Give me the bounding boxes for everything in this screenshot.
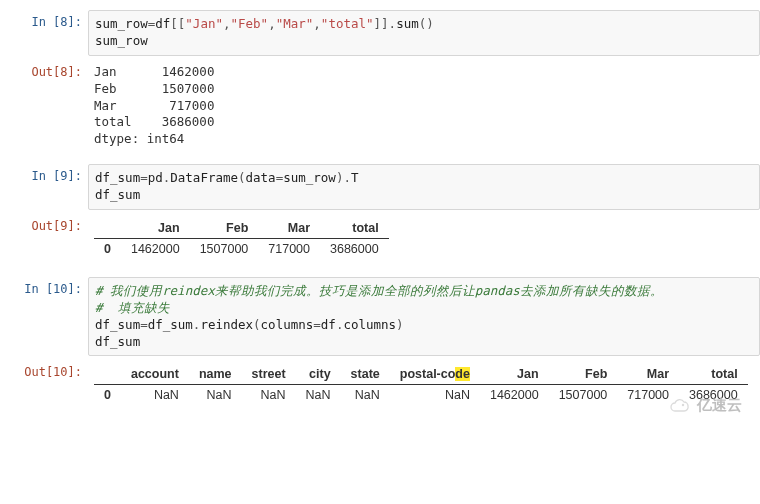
output-cell: Out[8]:Jan 1462000 Feb 1507000 Mar 71700… — [10, 60, 760, 150]
out-prompt: Out[9]: — [10, 214, 88, 263]
out-prompt: Out[8]: — [10, 60, 88, 150]
column-header: Mar — [617, 364, 679, 385]
column-header: Jan — [121, 218, 190, 239]
column-header: street — [242, 364, 296, 385]
code-input[interactable]: df_sum=pd.DataFrame(data=sum_row).T df_s… — [88, 164, 760, 210]
table-cell: 3686000 — [320, 238, 389, 259]
table-cell: NaN — [341, 385, 390, 406]
table-cell: 1462000 — [121, 238, 190, 259]
input-cell: In [8]:sum_row=df[["Jan","Feb","Mar","to… — [10, 10, 760, 56]
row-index: 0 — [94, 238, 121, 259]
table-cell: 717000 — [617, 385, 679, 406]
code-input[interactable]: # 我们使用reindex来帮助我们完成。技巧是添加全部的列然后让pandas去… — [88, 277, 760, 357]
table-cell: 1507000 — [549, 385, 618, 406]
in-prompt: In [8]: — [10, 10, 88, 56]
table-cell: NaN — [296, 385, 341, 406]
table-cell: 1507000 — [190, 238, 259, 259]
input-cell: In [10]:# 我们使用reindex来帮助我们完成。技巧是添加全部的列然后… — [10, 277, 760, 357]
output-cell: Out[9]:JanFebMartotal0146200015070007170… — [10, 214, 760, 263]
table-cell: 3686000 — [679, 385, 748, 406]
in-prompt: In [9]: — [10, 164, 88, 210]
column-header: state — [341, 364, 390, 385]
column-header: Mar — [258, 218, 320, 239]
column-header: total — [320, 218, 389, 239]
table-cell: NaN — [390, 385, 480, 406]
column-header: Jan — [480, 364, 549, 385]
table-cell: 717000 — [258, 238, 320, 259]
column-header: account — [121, 364, 189, 385]
column-header: Feb — [549, 364, 618, 385]
table-cell: 1462000 — [480, 385, 549, 406]
table-cell: NaN — [242, 385, 296, 406]
dataframe-table: JanFebMartotal01462000150700071700036860… — [94, 218, 389, 259]
index-header — [94, 218, 121, 239]
table-row: 0146200015070007170003686000 — [94, 238, 389, 259]
column-header: Feb — [190, 218, 259, 239]
column-header: total — [679, 364, 748, 385]
out-prompt: Out[10]: — [10, 360, 88, 409]
column-header: city — [296, 364, 341, 385]
table-row: 0NaNNaNNaNNaNNaNNaN146200015070007170003… — [94, 385, 748, 406]
dataframe-table: accountnamestreetcitystatepostal-codeJan… — [94, 364, 748, 405]
in-prompt: In [10]: — [10, 277, 88, 357]
index-header — [94, 364, 121, 385]
table-cell: NaN — [189, 385, 242, 406]
plain-output: Jan 1462000 Feb 1507000 Mar 717000 total… — [88, 60, 760, 150]
table-cell: NaN — [121, 385, 189, 406]
row-index: 0 — [94, 385, 121, 406]
code-input[interactable]: sum_row=df[["Jan","Feb","Mar","total"]].… — [88, 10, 760, 56]
column-header: name — [189, 364, 242, 385]
column-header: postal-code — [390, 364, 480, 385]
output-cell: Out[10]:accountnamestreetcitystatepostal… — [10, 360, 760, 409]
input-cell: In [9]:df_sum=pd.DataFrame(data=sum_row)… — [10, 164, 760, 210]
